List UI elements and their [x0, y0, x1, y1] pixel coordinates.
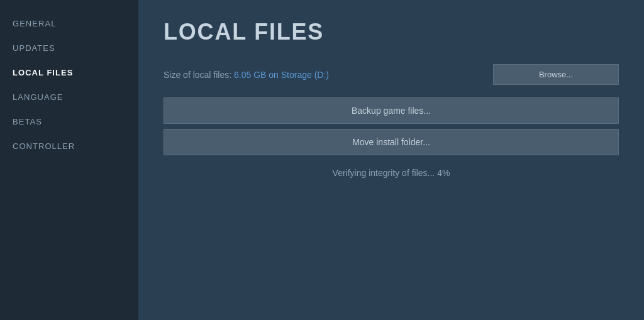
page-title: LOCAL FILES: [164, 19, 619, 45]
browse-button[interactable]: Browse...: [493, 64, 619, 85]
sidebar: GENERAL UPDATES LOCAL FILES LANGUAGE BET…: [0, 0, 138, 320]
backup-game-files-button[interactable]: Backup game files...: [164, 97, 619, 124]
buttons-container: Backup game files... Move install folder…: [164, 97, 619, 155]
sidebar-item-controller[interactable]: CONTROLLER: [0, 135, 138, 157]
file-size-row: Size of local files: 6.05 GB on Storage …: [164, 64, 619, 85]
sidebar-item-general[interactable]: GENERAL: [0, 13, 138, 35]
sidebar-item-local-files[interactable]: LOCAL FILES: [0, 62, 138, 84]
sidebar-item-updates[interactable]: UPDATES: [0, 37, 138, 59]
file-size-label: Size of local files: 6.05 GB on Storage …: [164, 70, 329, 80]
main-content: LOCAL FILES Size of local files: 6.05 GB…: [138, 0, 644, 320]
sidebar-item-language[interactable]: LANGUAGE: [0, 86, 138, 108]
move-install-folder-button[interactable]: Move install folder...: [164, 129, 619, 155]
sidebar-item-betas[interactable]: BETAS: [0, 111, 138, 133]
file-size-value: 6.05 GB on Storage (D:): [234, 70, 329, 80]
verify-status: Verifying integrity of files... 4%: [164, 168, 619, 178]
